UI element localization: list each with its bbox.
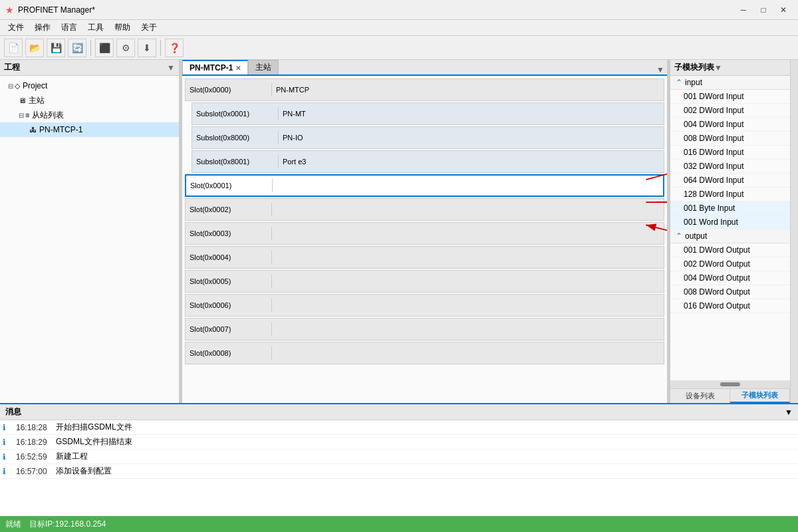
slot-list: Slot(0x0000)PN-MTCPSubslot(0x0001)PN-MTS… bbox=[182, 76, 667, 403]
right-tab-1[interactable]: 子模块列表 bbox=[730, 389, 790, 403]
tab-label: PN-MTCP-1 bbox=[190, 63, 233, 72]
download-button[interactable]: ⬇ bbox=[138, 39, 156, 57]
module-item-001-Word-Input[interactable]: 001 Word Input bbox=[670, 215, 790, 229]
module-item-016-DWord-Output[interactable]: 016 DWord Output bbox=[670, 299, 790, 313]
slot-item-2[interactable]: Subslot(0x8000)PN-IO bbox=[192, 126, 664, 149]
submodule-panel-header: 子模块列表 ▼ bbox=[670, 60, 790, 76]
submodule-label: 子模块列表 bbox=[674, 62, 714, 73]
minimize-button[interactable]: ─ bbox=[734, 3, 753, 17]
expand-icon[interactable]: ⊟ bbox=[8, 82, 13, 90]
message-time: 16:18:29 bbox=[16, 438, 56, 447]
slot-item-7[interactable]: Slot(0x0004) bbox=[185, 246, 664, 269]
tab-dropdown[interactable]: ▼ bbox=[654, 65, 667, 74]
module-scroll-bottom[interactable] bbox=[670, 380, 790, 388]
slot-item-5[interactable]: Slot(0x0002) bbox=[185, 198, 664, 221]
maximize-button[interactable]: □ bbox=[754, 3, 773, 17]
module-item-002-DWord-Output[interactable]: 002 DWord Output bbox=[670, 257, 790, 271]
message-text: 添加设备到配置 bbox=[56, 466, 795, 477]
settings-button[interactable]: ⚙ bbox=[116, 39, 135, 57]
panel-arrow-icon[interactable]: ▼ bbox=[167, 63, 175, 72]
slot-module: PN-MT bbox=[279, 107, 664, 120]
submodule-arrow-icon[interactable]: ▼ bbox=[714, 63, 722, 72]
slot-item-11[interactable]: Slot(0x0008) bbox=[185, 342, 664, 364]
project-label: 工程 bbox=[4, 62, 167, 73]
titlebar: ★ PROFINET Manager* ─ □ ✕ bbox=[0, 0, 798, 20]
module-item-004-DWord-Input[interactable]: 004 DWord Input bbox=[670, 118, 790, 132]
tree-item-device[interactable]: 🖧PN-MTCP-1 bbox=[0, 122, 179, 137]
window-controls: ─ □ ✕ bbox=[734, 3, 793, 17]
menu-item-操作[interactable]: 操作 bbox=[29, 21, 56, 35]
toolbar-separator bbox=[90, 40, 91, 56]
open-button[interactable]: 📂 bbox=[25, 39, 44, 57]
scroll-indicator bbox=[720, 382, 740, 386]
module-item-001-DWord-Input[interactable]: 001 DWord Input bbox=[670, 90, 790, 104]
slot-label: Subslot(0x8001) bbox=[192, 155, 279, 168]
menu-item-工具[interactable]: 工具 bbox=[82, 21, 109, 35]
module-item-001-Byte-Input[interactable]: 001 Byte Input bbox=[670, 201, 790, 215]
center-panel: PN-MTCP-1✕主站 ▼ Slot(0x0000)PN-MTCPSubslo… bbox=[182, 60, 668, 403]
message-row: ℹ16:18:28开始扫描GSDML文件 bbox=[0, 420, 798, 435]
message-label: 消息 bbox=[5, 406, 21, 418]
message-text: GSDML文件扫描结束 bbox=[56, 436, 795, 448]
module-item-008-DWord-Output[interactable]: 008 DWord Output bbox=[670, 285, 790, 299]
tree-node-label: Project bbox=[23, 81, 47, 90]
module-item-002-DWord-Input[interactable]: 002 DWord Input bbox=[670, 104, 790, 118]
right-tab-0[interactable]: 设备列表 bbox=[670, 389, 730, 403]
info-icon: ℹ bbox=[3, 452, 13, 462]
module-item-008-DWord-Input[interactable]: 008 DWord Input bbox=[670, 132, 790, 146]
tab-bar: PN-MTCP-1✕主站 ▼ bbox=[182, 60, 667, 76]
module-item-004-DWord-Output[interactable]: 004 DWord Output bbox=[670, 271, 790, 285]
module-item-001-DWord-Output[interactable]: 001 DWord Output bbox=[670, 243, 790, 257]
new-button[interactable]: 📄 bbox=[4, 39, 23, 57]
tab-0[interactable]: PN-MTCP-1✕ bbox=[182, 60, 248, 74]
tree-item-slave-list[interactable]: ⊟≡从站列表 bbox=[0, 108, 179, 122]
tree-item-project[interactable]: ⊟◇Project bbox=[0, 78, 179, 93]
tab-1[interactable]: 主站 bbox=[248, 60, 279, 74]
slot-label: Slot(0x0004) bbox=[186, 251, 272, 264]
config-button[interactable]: ⬛ bbox=[95, 39, 114, 57]
module-section-output[interactable]: ⌃output bbox=[670, 229, 790, 243]
menu-item-文件[interactable]: 文件 bbox=[3, 21, 29, 35]
toolbar: 📄 📂 💾 🔄 ⬛ ⚙ ⬇ ❓ bbox=[0, 36, 798, 60]
save-button[interactable]: 💾 bbox=[47, 39, 65, 57]
slot-label: Subslot(0x8000) bbox=[192, 131, 279, 144]
section-label: output bbox=[685, 231, 707, 241]
right-scrollbar[interactable] bbox=[790, 60, 798, 403]
slot-module: PN-MTCP bbox=[272, 83, 664, 96]
expand-icon[interactable]: ⊟ bbox=[19, 112, 24, 119]
module-section-input[interactable]: ⌃input bbox=[670, 76, 790, 90]
slot-item-3[interactable]: Subslot(0x8001)Port e3 bbox=[192, 150, 664, 173]
message-text: 开始扫描GSDML文件 bbox=[56, 422, 795, 433]
slot-label: Slot(0x0005) bbox=[186, 275, 272, 288]
module-item-128-DWord-Input[interactable]: 128 DWord Input bbox=[670, 188, 790, 201]
status-text: 就绪 bbox=[5, 519, 21, 530]
menu-item-关于[interactable]: 关于 bbox=[136, 21, 162, 35]
slot-item-10[interactable]: Slot(0x0007) bbox=[185, 318, 664, 340]
module-item-064-DWord-Input[interactable]: 064 DWord Input bbox=[670, 174, 790, 188]
message-arrow-icon[interactable]: ▼ bbox=[785, 408, 793, 417]
message-time: 16:57:00 bbox=[16, 467, 56, 476]
slot-item-6[interactable]: Slot(0x0003) bbox=[185, 222, 664, 245]
close-button[interactable]: ✕ bbox=[774, 3, 793, 17]
menu-item-语言[interactable]: 语言 bbox=[56, 21, 82, 35]
slot-module bbox=[272, 255, 664, 260]
module-item-016-DWord-Input[interactable]: 016 DWord Input bbox=[670, 146, 790, 160]
message-row: ℹ16:52:59新建工程 bbox=[0, 450, 798, 464]
slot-item-4[interactable]: Slot(0x0001) bbox=[185, 174, 664, 197]
slot-item-9[interactable]: Slot(0x0006) bbox=[185, 294, 664, 317]
slot-module: PN-IO bbox=[279, 131, 664, 144]
help-button[interactable]: ❓ bbox=[165, 39, 184, 57]
submodule-panel: 子模块列表 ▼ ⌃input001 DWord Input002 DWord I… bbox=[670, 60, 790, 403]
slot-item-0[interactable]: Slot(0x0000)PN-MTCP bbox=[185, 78, 664, 101]
slot-item-1[interactable]: Subslot(0x0001)PN-MT bbox=[192, 102, 664, 125]
slot-item-8[interactable]: Slot(0x0005) bbox=[185, 270, 664, 293]
app-icon: ★ bbox=[5, 5, 14, 15]
tab-close-icon[interactable]: ✕ bbox=[235, 65, 241, 72]
slot-module bbox=[272, 327, 664, 332]
tree-item-master[interactable]: 🖥主站 bbox=[0, 93, 179, 108]
menu-item-帮助[interactable]: 帮助 bbox=[109, 21, 136, 35]
tree-node-label: 主站 bbox=[29, 95, 45, 106]
message-header: 消息 ▼ bbox=[0, 404, 798, 420]
refresh-button[interactable]: 🔄 bbox=[68, 39, 86, 57]
module-item-032-DWord-Input[interactable]: 032 DWord Input bbox=[670, 160, 790, 174]
